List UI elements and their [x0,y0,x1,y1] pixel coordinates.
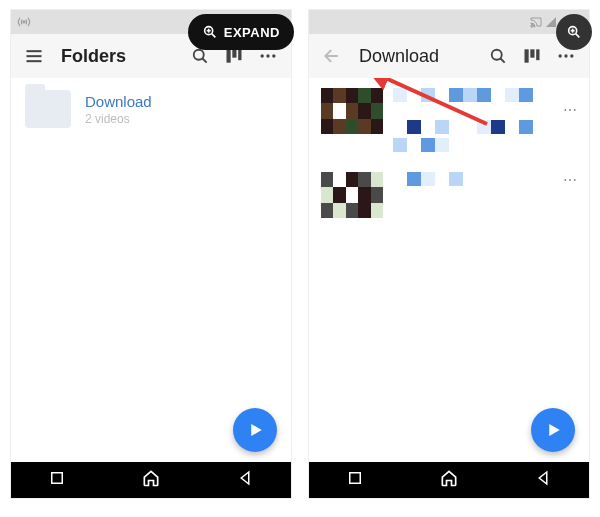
row-more-icon[interactable]: ⋯ [563,102,577,116]
svg-rect-9 [227,49,231,62]
video-thumbnail [321,88,383,134]
svg-point-26 [570,54,573,57]
page-title: Folders [61,46,126,67]
play-fab[interactable] [531,408,575,452]
svg-rect-4 [27,50,42,52]
folder-name: Download [85,93,152,110]
content-area: Download 2 videos [11,78,291,462]
play-icon [246,421,264,439]
app-bar: Download [309,34,589,78]
zoom-in-icon [566,24,582,40]
nav-recent-button[interactable] [346,469,364,491]
svg-point-0 [23,21,25,23]
svg-rect-5 [27,55,42,57]
square-icon [48,469,66,487]
back-button[interactable] [315,39,349,73]
svg-rect-27 [350,473,361,484]
cast-icon [530,16,542,28]
video-row-1[interactable]: ⋯ [309,78,589,162]
nav-home-button[interactable] [141,468,161,492]
svg-line-29 [211,34,215,38]
svg-point-25 [564,54,567,57]
svg-point-7 [194,50,204,60]
svg-point-24 [559,54,562,57]
video-row-2[interactable]: ⋯ [309,162,589,228]
zoom-button[interactable] [556,14,592,50]
expand-button[interactable]: EXPAND [188,14,294,50]
nav-back-button[interactable] [534,469,552,491]
android-nav-bar [11,462,291,498]
home-outline-icon [439,468,459,488]
svg-rect-21 [525,49,529,62]
home-outline-icon [141,468,161,488]
triangle-back-icon [534,469,552,487]
menu-button[interactable] [17,39,51,73]
folder-icon [25,90,71,128]
phone-left: 0:14 Folders Download [11,10,291,498]
status-left-icons [17,15,31,29]
folder-text: Download 2 videos [85,93,152,126]
row-more-icon[interactable]: ⋯ [563,172,577,186]
svg-line-8 [203,59,207,63]
svg-rect-10 [232,49,236,57]
svg-point-13 [266,54,269,57]
status-bar [309,10,589,34]
svg-point-12 [261,54,264,57]
svg-rect-22 [530,49,534,57]
svg-rect-11 [238,49,241,60]
android-nav-bar [309,462,589,498]
video-title-blur: ⋯ [393,172,577,186]
hamburger-icon [24,46,44,66]
svg-point-14 [272,54,275,57]
square-icon [346,469,364,487]
svg-line-33 [576,34,580,38]
broadcast-icon [17,15,31,29]
phone-right: Download ⋯ [309,10,589,498]
folder-subtitle: 2 videos [85,112,152,126]
folder-row-download[interactable]: Download 2 videos [11,78,291,140]
play-fab[interactable] [233,408,277,452]
search-button[interactable] [481,39,515,73]
expand-label: EXPAND [224,25,280,40]
page-title: Download [359,46,439,67]
search-icon [488,46,508,66]
view-toggle-button[interactable] [515,39,549,73]
nav-home-button[interactable] [439,468,459,492]
arrow-left-icon [322,46,342,66]
video-title-blur: ⋯ [393,88,577,152]
svg-point-19 [492,50,502,60]
zoom-in-icon [202,24,218,40]
video-thumbnail [321,172,383,218]
content-area: ⋯ ⋯ [309,78,589,462]
svg-rect-6 [27,60,42,62]
nav-back-button[interactable] [236,469,254,491]
stage: 0:14 Folders Download [0,0,600,517]
svg-rect-23 [536,49,539,60]
nav-recent-button[interactable] [48,469,66,491]
signal-icon [545,16,557,28]
svg-line-20 [501,59,505,63]
play-icon [544,421,562,439]
triangle-back-icon [236,469,254,487]
view-toggle-icon [522,46,542,66]
svg-rect-15 [52,473,63,484]
